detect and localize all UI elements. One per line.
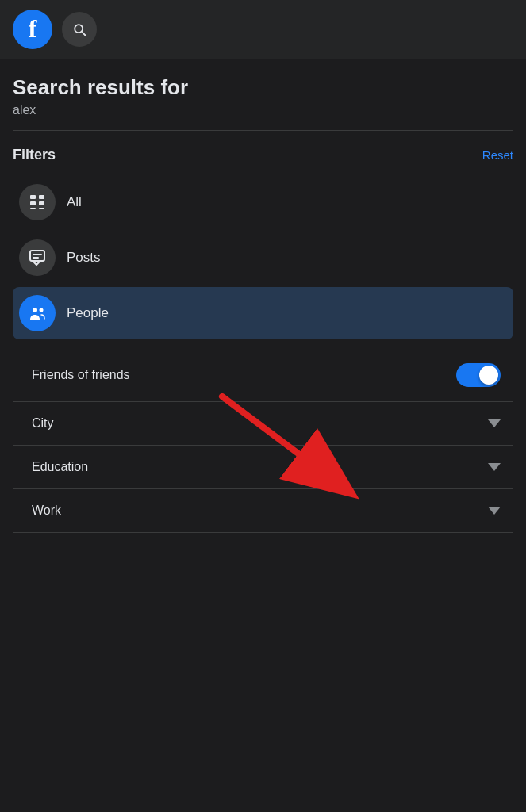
friends-of-friends-label: Friends of friends bbox=[32, 368, 130, 382]
filters-header: Filters Reset bbox=[13, 147, 513, 163]
fb-logo-text: f bbox=[29, 16, 37, 41]
education-dropdown-arrow bbox=[488, 463, 501, 471]
city-label: City bbox=[32, 416, 54, 431]
education-label: Education bbox=[32, 460, 88, 474]
search-results-heading: Search results for bbox=[13, 75, 513, 100]
filter-posts-label: Posts bbox=[67, 250, 101, 266]
posts-icon-circle bbox=[19, 239, 56, 276]
svg-rect-4 bbox=[30, 208, 36, 209]
city-dropdown-arrow bbox=[488, 419, 501, 427]
svg-point-10 bbox=[40, 308, 44, 312]
sub-filter-work[interactable]: Work bbox=[13, 489, 513, 533]
svg-rect-3 bbox=[39, 201, 44, 205]
filter-all-label: All bbox=[67, 194, 82, 210]
svg-rect-1 bbox=[39, 195, 44, 199]
friends-of-friends-toggle[interactable] bbox=[456, 363, 501, 387]
svg-rect-6 bbox=[30, 251, 44, 261]
section-divider bbox=[13, 130, 513, 131]
work-label: Work bbox=[32, 504, 61, 518]
header: f bbox=[0, 0, 526, 59]
sub-filters: Friends of friends City Education Work bbox=[13, 343, 513, 533]
search-button[interactable] bbox=[62, 12, 97, 47]
svg-rect-5 bbox=[39, 208, 44, 209]
page-wrapper: f Search results for alex Filters Reset bbox=[0, 0, 526, 533]
sub-filter-city[interactable]: City bbox=[13, 402, 513, 446]
filter-item-people[interactable]: People bbox=[13, 287, 513, 339]
main-content: Search results for alex Filters Reset Al… bbox=[0, 59, 526, 533]
reset-button[interactable]: Reset bbox=[482, 148, 513, 162]
filter-item-posts[interactable]: Posts bbox=[13, 232, 513, 284]
people-icon bbox=[28, 304, 47, 323]
all-icon-circle bbox=[19, 184, 56, 220]
filter-item-all[interactable]: All bbox=[13, 176, 513, 228]
search-query: alex bbox=[13, 103, 513, 117]
sub-filter-friends-of-friends[interactable]: Friends of friends bbox=[13, 349, 513, 402]
svg-rect-2 bbox=[30, 201, 36, 205]
filters-title: Filters bbox=[13, 147, 56, 163]
posts-icon bbox=[28, 248, 47, 267]
all-icon bbox=[28, 193, 47, 212]
work-dropdown-arrow bbox=[488, 507, 501, 515]
filter-people-label: People bbox=[67, 305, 109, 321]
sub-filter-education[interactable]: Education bbox=[13, 446, 513, 489]
search-icon bbox=[71, 21, 87, 37]
toggle-track bbox=[456, 363, 501, 387]
svg-point-9 bbox=[33, 308, 37, 312]
svg-rect-0 bbox=[30, 195, 36, 199]
facebook-logo[interactable]: f bbox=[13, 10, 52, 49]
toggle-thumb bbox=[479, 366, 498, 385]
people-icon-circle bbox=[19, 295, 56, 331]
